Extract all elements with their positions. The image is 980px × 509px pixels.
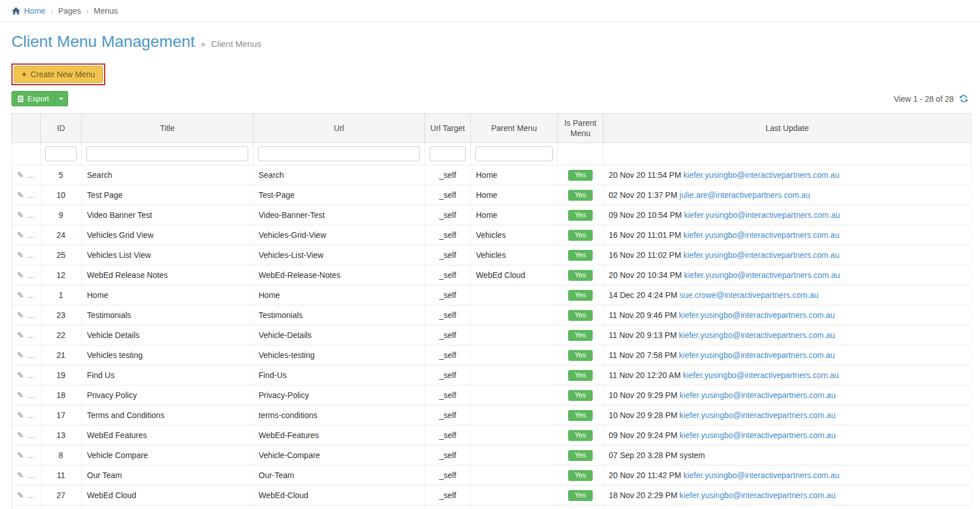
edit-icon[interactable]: ✎ (17, 190, 24, 200)
last-update-timestamp: 11 Nov 20 7:58 PM (609, 351, 677, 360)
table-row[interactable]: ✎ ✖ 10 Test Page Test-Page _self Home Ye… (12, 185, 971, 205)
last-update-timestamp: 20 Nov 20 10:34 PM (609, 271, 682, 280)
updated-by-link[interactable]: kiefer.yusingbo@interactivepartners.com.… (680, 491, 836, 500)
cell-url: WebEd-Cloud (253, 486, 425, 506)
cell-title: Privacy Policy (82, 385, 253, 405)
cell-id: 21 (41, 345, 82, 365)
edit-icon[interactable]: ✎ (17, 431, 24, 440)
filter-title-input[interactable] (86, 146, 248, 161)
edit-icon[interactable]: ✎ (17, 170, 24, 180)
updated-by-link[interactable]: julie.are@interactivepartners.com.au (680, 190, 810, 200)
cell-is-parent-menu: Yes (558, 345, 604, 365)
cell-url-target: _self (425, 405, 471, 426)
edit-icon[interactable]: ✎ (17, 291, 24, 300)
table-row[interactable]: ✎ ✖ 17 Terms and Conditions terms-condit… (12, 405, 971, 426)
edit-icon[interactable]: ✎ (17, 210, 24, 220)
row-actions-cell: ✎ ✖ (12, 466, 41, 486)
col-header-title[interactable]: Title (82, 114, 253, 143)
updated-by-link[interactable]: kiefer.yusingbo@interactivepartners.com.… (684, 250, 840, 260)
cell-url: Vehicles-Grid-View (253, 225, 425, 245)
table-row[interactable]: ✎ ✖ 16 Vehicles Vehicles _self Yes 11 No… (12, 506, 971, 509)
cell-url-target: _self (425, 265, 471, 285)
cell-is-parent-menu: Yes (558, 185, 604, 205)
create-new-menu-button[interactable]: + Create New Menu (14, 66, 103, 83)
last-update-timestamp: 11 Nov 20 9:46 PM (609, 311, 677, 320)
table-row[interactable]: ✎ ✖ 19 Find Us Find-Us _self Yes 11 Nov … (12, 365, 971, 385)
cell-url-target: _self (425, 165, 471, 185)
edit-icon[interactable]: ✎ (17, 451, 24, 460)
updated-by-link[interactable]: kiefer.yusingbo@interactivepartners.com.… (680, 431, 836, 440)
table-row[interactable]: ✎ ✖ 12 WebEd Release Notes WebEd-Release… (12, 265, 971, 285)
filter-url-input[interactable] (258, 146, 420, 161)
cell-url-target: _self (425, 345, 471, 365)
col-header-url-target[interactable]: Url Target (425, 114, 471, 143)
edit-icon[interactable]: ✎ (17, 371, 24, 380)
refresh-button[interactable] (959, 94, 969, 104)
table-row[interactable]: ✎ ✖ 27 WebEd Cloud WebEd-Cloud _self Yes… (12, 486, 971, 506)
table-row[interactable]: ✎ ✖ 13 WebEd Features WebEd-Features _se… (12, 426, 971, 446)
updated-by-link[interactable]: kiefer.yusingbo@interactivepartners.com.… (680, 391, 836, 400)
updated-by-link[interactable]: kiefer.yusingbo@interactivepartners.com.… (679, 331, 835, 340)
updated-by-link[interactable]: sue.crowe@interactivepartners.com.au (680, 291, 819, 300)
filter-parent-menu-input[interactable] (475, 146, 553, 161)
cell-is-parent-menu: Yes (558, 205, 604, 225)
grid-filter-row (12, 143, 971, 165)
last-update-timestamp: 07 Sep 20 3:28 PM (609, 451, 677, 460)
row-actions-cell: ✎ ✖ (12, 185, 41, 205)
cell-url: Video-Banner-Test (253, 205, 425, 225)
breadcrumb-home-link[interactable]: Home (11, 6, 45, 15)
is-parent-badge: Yes (568, 350, 593, 361)
edit-icon[interactable]: ✎ (17, 271, 24, 280)
table-row[interactable]: ✎ ✖ 8 Vehicle Compare Vehicle-Compare _s… (12, 446, 971, 466)
table-row[interactable]: ✎ ✖ 24 Vehicles Grid View Vehicles-Grid-… (12, 225, 971, 245)
edit-icon[interactable]: ✎ (17, 351, 24, 360)
edit-icon[interactable]: ✎ (17, 391, 24, 400)
filter-url-target-input[interactable] (430, 146, 466, 161)
cell-url: Privacy-Policy (253, 385, 425, 405)
updated-by-link[interactable]: kiefer.yusingbo@interactivepartners.com.… (684, 230, 840, 240)
table-row[interactable]: ✎ ✖ 21 Vehicles testing Vehicles-testing… (12, 345, 971, 365)
export-dropdown-toggle[interactable] (54, 92, 68, 106)
breadcrumb: Home › Pages › Menus (0, 0, 980, 22)
subtitle-separator: » (201, 39, 205, 49)
edit-icon[interactable]: ✎ (17, 250, 24, 260)
edit-icon[interactable]: ✎ (17, 230, 24, 240)
edit-icon[interactable]: ✎ (17, 331, 24, 340)
plus-icon: + (22, 70, 26, 79)
table-row[interactable]: ✎ ✖ 5 Search Search _self Home Yes 20 No… (12, 165, 971, 185)
edit-icon[interactable]: ✎ (17, 411, 24, 420)
cell-last-update: 11 Nov 20 7:58 PMkiefer.yusingbo@interac… (604, 345, 971, 365)
main-content: Client Menu Management » Client Menus + … (0, 33, 980, 509)
table-row[interactable]: ✎ ✖ 1 Home Home _self Yes 14 Dec 20 4:24… (12, 285, 971, 305)
updated-by-link[interactable]: kiefer.yusingbo@interactivepartners.com.… (684, 271, 840, 280)
updated-by-link[interactable]: system (680, 451, 705, 460)
updated-by-link[interactable]: kiefer.yusingbo@interactivepartners.com.… (683, 371, 839, 380)
edit-icon[interactable]: ✎ (17, 311, 24, 320)
updated-by-link[interactable]: kiefer.yusingbo@interactivepartners.com.… (679, 311, 835, 320)
table-row[interactable]: ✎ ✖ 25 Vehicles List View Vehicles-List-… (12, 245, 971, 265)
col-header-url[interactable]: Url (253, 114, 425, 143)
updated-by-link[interactable]: kiefer.yusingbo@interactivepartners.com.… (679, 351, 835, 360)
table-row[interactable]: ✎ ✖ 22 Vehicle Details Vehicle-Details _… (12, 325, 971, 345)
col-header-last-update[interactable]: Last Update (604, 114, 971, 143)
edit-icon[interactable]: ✎ (17, 471, 24, 480)
updated-by-link[interactable]: kiefer.yusingbo@interactivepartners.com.… (684, 170, 840, 180)
cell-parent-menu (471, 486, 558, 506)
cell-is-parent-menu: Yes (558, 165, 604, 185)
filter-id-input[interactable] (45, 146, 77, 161)
col-header-id[interactable]: ID (41, 114, 82, 143)
table-row[interactable]: ✎ ✖ 11 Our Team Our-Team _self Yes 20 No… (12, 466, 971, 486)
table-row[interactable]: ✎ ✖ 18 Privacy Policy Privacy-Policy _se… (12, 385, 971, 405)
table-row[interactable]: ✎ ✖ 23 Testimonials Testimonials _self Y… (12, 305, 971, 325)
export-button[interactable]: Export (12, 92, 54, 106)
cell-id: 24 (41, 225, 82, 245)
cell-url-target: _self (425, 365, 471, 385)
updated-by-link[interactable]: kiefer.yusingbo@interactivepartners.com.… (684, 471, 840, 480)
last-update-timestamp: 20 Nov 20 11:42 PM (609, 471, 681, 480)
updated-by-link[interactable]: kiefer.yusingbo@interactivepartners.com.… (680, 411, 836, 420)
table-row[interactable]: ✎ ✖ 9 Video Banner Test Video-Banner-Tes… (12, 205, 971, 225)
col-header-is-parent-menu[interactable]: Is Parent Menu (558, 114, 604, 143)
col-header-parent-menu[interactable]: Parent Menu (471, 114, 558, 143)
edit-icon[interactable]: ✎ (17, 491, 24, 500)
updated-by-link[interactable]: kiefer.yusingbo@interactivepartners.com.… (684, 210, 840, 220)
